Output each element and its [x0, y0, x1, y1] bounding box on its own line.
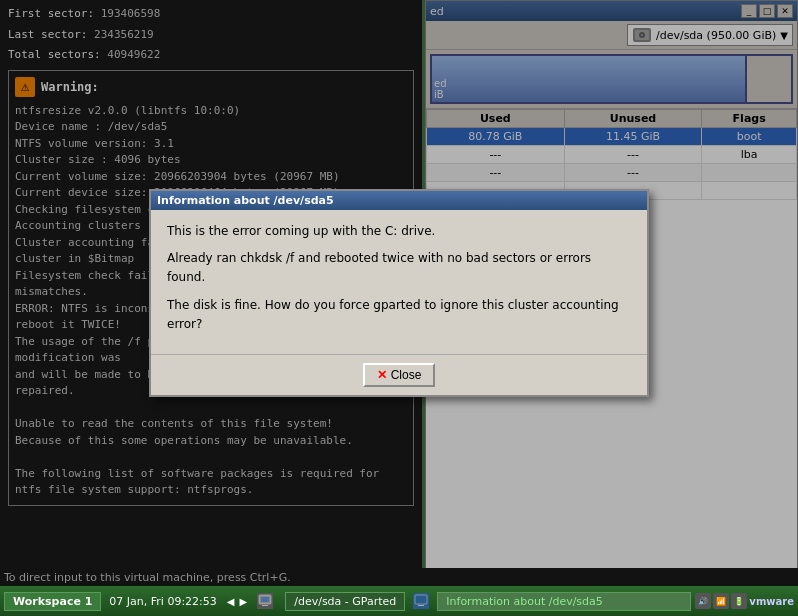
svg-rect-8	[418, 605, 424, 606]
x-icon: ✕	[377, 368, 387, 382]
svg-rect-5	[261, 597, 269, 602]
app-icon	[257, 593, 273, 609]
dialog-overlay: Information about /dev/sda5 This is the …	[0, 0, 798, 586]
vmware-logo: vmware	[749, 596, 794, 607]
workspace-next-button[interactable]: ▶	[238, 595, 250, 608]
taskbar: Workspace 1 07 Jan, Fri 09:22:53 ◀ ▶ /de…	[0, 586, 798, 616]
system-tray: 🔊 📶 🔋 vmware	[695, 593, 794, 609]
info-app-icon	[413, 593, 429, 609]
dialog-line-2: Already ran chkdsk /f and rebooted twice…	[167, 249, 631, 287]
dialog-titlebar: Information about /dev/sda5	[151, 191, 647, 210]
svg-rect-7	[415, 595, 427, 604]
svg-rect-6	[262, 605, 268, 606]
workspace-prev-button[interactable]: ◀	[225, 595, 237, 608]
info-taskbar-label: Information about /dev/sda5	[446, 595, 603, 608]
dialog-box: Information about /dev/sda5 This is the …	[149, 189, 649, 397]
info-taskbar-item[interactable]: Information about /dev/sda5	[437, 592, 691, 611]
workspace-nav: ◀ ▶	[225, 595, 249, 608]
close-button-label: Close	[391, 368, 422, 382]
dialog-line-3: The disk is fine. How do you force gpart…	[167, 296, 631, 334]
close-dialog-button[interactable]: ✕ Close	[363, 363, 436, 387]
workspace-button[interactable]: Workspace 1	[4, 592, 101, 611]
dialog-content: This is the error coming up with the C: …	[151, 210, 647, 354]
gparted-app-label: /dev/sda - GParted	[294, 595, 396, 608]
workspace-label: Workspace 1	[13, 595, 92, 608]
dialog-line-1: This is the error coming up with the C: …	[167, 222, 631, 241]
dialog-title: Information about /dev/sda5	[157, 194, 334, 207]
tray-icon-2: 📶	[713, 593, 729, 609]
clock: 07 Jan, Fri 09:22:53	[109, 595, 216, 608]
tray-icon-1: 🔊	[695, 593, 711, 609]
gparted-taskbar-item[interactable]: /dev/sda - GParted	[285, 592, 405, 611]
tray-icon-3: 🔋	[731, 593, 747, 609]
dialog-buttons: ✕ Close	[151, 354, 647, 395]
